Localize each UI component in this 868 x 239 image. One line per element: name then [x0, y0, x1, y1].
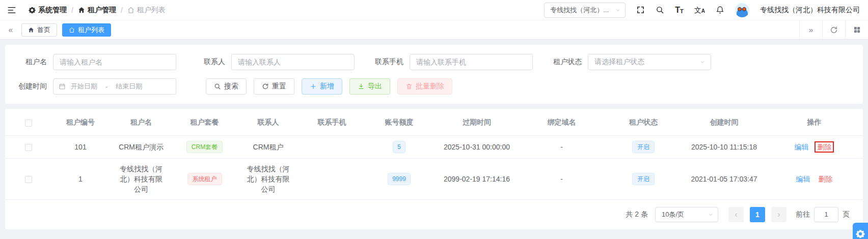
topbar-tools: 专线找找（河北）... TT 文A 专线找找（河北）科技有限公司	[544, 3, 860, 18]
breadcrumb-label: 租户管理	[88, 6, 116, 15]
row-checkbox[interactable]	[25, 176, 32, 183]
breadcrumb-item-system[interactable]: 系统管理	[29, 6, 67, 15]
delete-link[interactable]: 删除	[818, 175, 832, 183]
refresh-icon[interactable]	[822, 20, 845, 39]
page-size-select[interactable]: 10条/页	[655, 207, 718, 222]
gear-icon	[29, 7, 36, 14]
language-icon[interactable]: 文A	[694, 7, 705, 14]
collapse-sidebar-icon[interactable]	[7, 6, 16, 15]
avatar[interactable]	[735, 3, 749, 17]
status-tag: 开启	[632, 173, 655, 185]
edit-link[interactable]: 编辑	[796, 175, 810, 183]
col-created: 创建时间	[683, 110, 766, 135]
home-outline-icon	[69, 27, 75, 33]
col-status: 租户状态	[604, 110, 683, 135]
reset-button[interactable]: 重置	[254, 78, 294, 95]
field-label: 联系手机	[368, 57, 403, 67]
col-tenant-id: 租户编号	[51, 110, 110, 135]
filter-item-phone: 联系手机	[368, 54, 533, 70]
search-icon[interactable]	[656, 6, 664, 14]
current-page-button[interactable]: 1	[750, 207, 765, 222]
tab-label: 租户列表	[78, 25, 104, 35]
goto-page-input[interactable]	[814, 207, 838, 222]
field-label: 租户名	[11, 57, 47, 67]
edit-link[interactable]: 编辑	[795, 143, 809, 151]
cell-phone	[300, 158, 364, 199]
tenant-switch-select[interactable]: 专线找找（河北）...	[544, 3, 626, 18]
tenant-name-input[interactable]	[53, 54, 176, 70]
cell-contact: 专线找找（河北）科技有限公司	[244, 164, 293, 194]
calendar-icon	[59, 83, 66, 90]
font-size-icon[interactable]: TT	[675, 6, 684, 14]
export-button[interactable]: 导出	[349, 78, 390, 95]
theme-settings-button[interactable]	[853, 223, 868, 239]
col-expire: 过期时间	[435, 110, 519, 135]
phone-input[interactable]	[410, 54, 533, 70]
breadcrumb-separator: /	[71, 6, 73, 14]
layout-grid-icon[interactable]	[845, 20, 868, 39]
delete-link[interactable]: 删除	[817, 143, 831, 151]
status-tag: 开启	[632, 141, 655, 153]
button-label: 重置	[272, 82, 286, 91]
breadcrumb-item-tenant[interactable]: 租户管理	[78, 6, 116, 15]
cell-tenant-id: 101	[51, 135, 110, 158]
goto-unit-label: 页	[843, 210, 850, 219]
home-outline-icon	[127, 7, 134, 14]
avatar-eye	[742, 7, 746, 11]
pagination: 共 2 条 10条/页 ‹ 1 › 前往 页	[5, 200, 863, 229]
select-all-checkbox[interactable]	[25, 120, 32, 127]
goto-label: 前往	[796, 210, 810, 219]
breadcrumb-item-tenant-list: 租户列表	[127, 6, 166, 15]
cell-tenant-id: 1	[51, 158, 110, 199]
next-page-button[interactable]: ›	[771, 207, 786, 222]
breadcrumb: 系统管理 / 租户管理 / 租户列表	[29, 6, 166, 15]
tabs-scroll-right-icon[interactable]: »	[799, 20, 822, 39]
cell-contact: CRM租户	[253, 142, 284, 152]
tabs-scroll-left-icon[interactable]: «	[5, 25, 16, 35]
tabbar-tools: »	[799, 20, 868, 39]
contact-input[interactable]	[231, 54, 355, 70]
date-end-placeholder: 结束日期	[116, 82, 142, 91]
tenant-table: 租户编号 租户名 租户套餐 联系人 联系手机 账号额度 过期时间 绑定域名 租户…	[5, 110, 863, 200]
home-icon	[78, 7, 85, 14]
field-label: 租户状态	[546, 57, 582, 67]
font-size-small-glyph: T	[680, 9, 684, 14]
batch-delete-button[interactable]: 批量删除	[397, 78, 452, 95]
company-name: 专线找找（河北）科技有限公司	[760, 6, 860, 15]
chevron-down-icon	[708, 212, 714, 218]
filter-item-status: 租户状态 请选择租户状态	[546, 54, 711, 70]
tenant-status-select[interactable]: 请选择租户状态	[588, 54, 711, 70]
fullscreen-icon[interactable]	[636, 6, 645, 14]
button-label: 搜索	[224, 82, 238, 91]
tab-home[interactable]: 首页	[21, 23, 57, 37]
page-content: 租户名 联系人 联系手机 租户状态 请选择租户状态 创建时间	[0, 40, 868, 234]
col-package: 租户套餐	[173, 110, 236, 135]
quota-tag: 9999	[388, 173, 411, 185]
field-label: 联系人	[189, 57, 225, 67]
tenant-select-value: 专线找找（河北）...	[550, 6, 609, 15]
col-phone: 联系手机	[300, 110, 364, 135]
filter-item-created: 创建时间 开始日期 - 结束日期	[11, 78, 176, 95]
filter-panel: 租户名 联系人 联系手机 租户状态 请选择租户状态 创建时间	[5, 45, 863, 104]
search-button[interactable]: 搜索	[206, 78, 247, 95]
col-tenant-name: 租户名	[110, 110, 173, 135]
prev-page-button[interactable]: ‹	[728, 207, 744, 222]
button-label: 导出	[368, 82, 382, 91]
package-tag: 系统租户	[187, 173, 222, 185]
tab-label: 首页	[37, 25, 50, 35]
tabs-bar: « 首页 租户列表 »	[0, 20, 868, 40]
date-range-picker[interactable]: 开始日期 - 结束日期	[53, 78, 176, 95]
home-icon	[28, 27, 34, 33]
select-placeholder: 请选择租户状态	[594, 57, 644, 67]
button-label: 批量删除	[416, 82, 444, 91]
bell-icon[interactable]	[716, 6, 724, 14]
breadcrumb-label: 租户列表	[137, 6, 166, 15]
language-a-glyph: A	[701, 9, 705, 14]
col-domain: 绑定域名	[519, 110, 604, 135]
row-checkbox[interactable]	[25, 144, 32, 151]
breadcrumb-label: 系统管理	[38, 6, 67, 15]
add-button[interactable]: 新增	[302, 78, 342, 95]
tab-tenant-list[interactable]: 租户列表	[62, 23, 111, 37]
cell-domain: -	[519, 158, 604, 199]
breadcrumb-separator: /	[121, 6, 123, 14]
